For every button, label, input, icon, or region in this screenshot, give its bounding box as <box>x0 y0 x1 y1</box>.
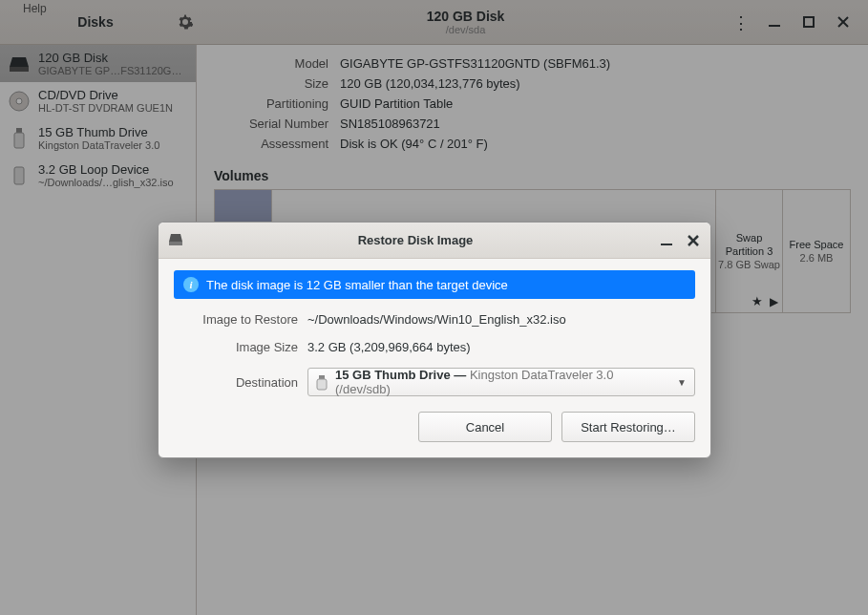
device-item-loop[interactable]: 3.2 GB Loop Device ~/Downloads/…glish_x3… <box>0 157 196 194</box>
info-banner: i The disk image is 12 GB smaller than t… <box>174 270 695 299</box>
svg-rect-14 <box>319 375 325 379</box>
device-desc: Kingston DataTraveler 3.0 <box>38 139 188 151</box>
cd-icon <box>8 90 31 113</box>
volume-swap[interactable]: Swap Partition 3 7.8 GB Swap ★ ▶ <box>716 190 783 312</box>
value-assessment: Disk is OK (94° C / 201° F) <box>340 137 851 151</box>
device-item-cd[interactable]: CD/DVD Drive HL-DT-ST DVDRAM GUE1N <box>0 82 196 119</box>
hdd-icon <box>8 53 31 75</box>
label-assessment: Assessment <box>214 137 328 151</box>
svg-point-6 <box>16 98 22 104</box>
titlebar: Disks 120 GB Disk /dev/sda ⋮ <box>0 0 868 45</box>
device-item-disk[interactable]: 120 GB Disk GIGABYTE GP…FS31120GNTD <box>0 45 196 82</box>
device-name: 15 GB Thumb Drive <box>38 125 188 139</box>
minimize-icon[interactable] <box>767 14 782 30</box>
device-desc: HL-DT-ST DVDRAM GUE1N <box>38 102 188 114</box>
volumes-header: Volumes <box>214 168 851 183</box>
device-name: 3.2 GB Loop Device <box>38 162 188 177</box>
svg-rect-9 <box>14 167 24 184</box>
cancel-button[interactable]: Cancel <box>418 412 552 442</box>
window-subtitle: /dev/sda <box>446 24 486 35</box>
device-name: 120 GB Disk <box>38 51 188 65</box>
value-size: 120 GB (120,034,123,776 bytes) <box>340 76 851 91</box>
device-desc: ~/Downloads/…glish_x32.iso <box>38 177 188 188</box>
restore-dialog: Restore Disk Image i The disk image is 1… <box>158 222 711 458</box>
loop-icon <box>8 164 31 187</box>
menu-icon[interactable]: ⋮ <box>732 14 748 30</box>
label-partitioning: Partitioning <box>214 96 328 111</box>
usb-icon <box>316 375 329 389</box>
dialog-title: Restore Disk Image <box>183 233 647 247</box>
info-icon: i <box>183 277 199 292</box>
sidebar-title: Disks <box>13 14 178 30</box>
label-model: Model <box>214 56 328 71</box>
chevron-down-icon: ▼ <box>677 377 687 388</box>
label-size: Size <box>214 76 328 91</box>
svg-rect-8 <box>14 133 24 148</box>
dialog-minimize-icon[interactable] <box>659 233 674 248</box>
label-image-to-restore: Image to Restore <box>174 312 298 327</box>
svg-rect-1 <box>804 17 814 27</box>
value-model: GIGABYTE GP-GSTFS31120GNTD (SBFM61.3) <box>340 56 851 71</box>
dialog-titlebar: Restore Disk Image <box>159 223 710 259</box>
svg-rect-4 <box>10 67 29 72</box>
value-partitioning: GUID Partition Table <box>340 96 851 111</box>
close-icon[interactable] <box>836 14 851 30</box>
value-image-to-restore: ~/Downloads/Windows/Win10_English_x32.is… <box>307 312 695 327</box>
svg-rect-7 <box>16 128 22 133</box>
start-restoring-button[interactable]: Start Restoring… <box>561 412 695 442</box>
volume-free-space[interactable]: Free Space 2.6 MB <box>783 190 850 312</box>
device-item-usb[interactable]: 15 GB Thumb Drive Kingston DataTraveler … <box>0 119 196 157</box>
window-title: 120 GB Disk <box>427 9 505 24</box>
value-serial: SN185108963721 <box>340 117 851 131</box>
svg-rect-15 <box>317 379 327 390</box>
destination-text: 15 GB Thumb Drive — Kingston DataTravele… <box>335 368 671 396</box>
device-desc: GIGABYTE GP…FS31120GNTD <box>38 65 188 76</box>
label-serial: Serial Number <box>214 117 328 131</box>
label-destination: Destination <box>174 375 298 390</box>
dialog-close-icon[interactable] <box>686 233 701 248</box>
svg-rect-10 <box>169 242 182 245</box>
help-menu[interactable]: Help <box>23 2 47 15</box>
banner-text: The disk image is 12 GB smaller than the… <box>206 278 508 292</box>
label-image-size: Image Size <box>174 340 298 354</box>
value-image-size: 3.2 GB (3,209,969,664 bytes) <box>307 340 695 354</box>
disks-icon <box>168 233 183 248</box>
play-icon[interactable]: ▶ <box>770 295 778 308</box>
usb-icon <box>8 127 31 150</box>
destination-combo[interactable]: 15 GB Thumb Drive — Kingston DataTravele… <box>307 368 695 396</box>
star-icon[interactable]: ★ <box>752 294 763 308</box>
maximize-icon[interactable] <box>801 14 816 30</box>
gear-icon[interactable] <box>178 14 193 30</box>
device-name: CD/DVD Drive <box>38 88 188 102</box>
